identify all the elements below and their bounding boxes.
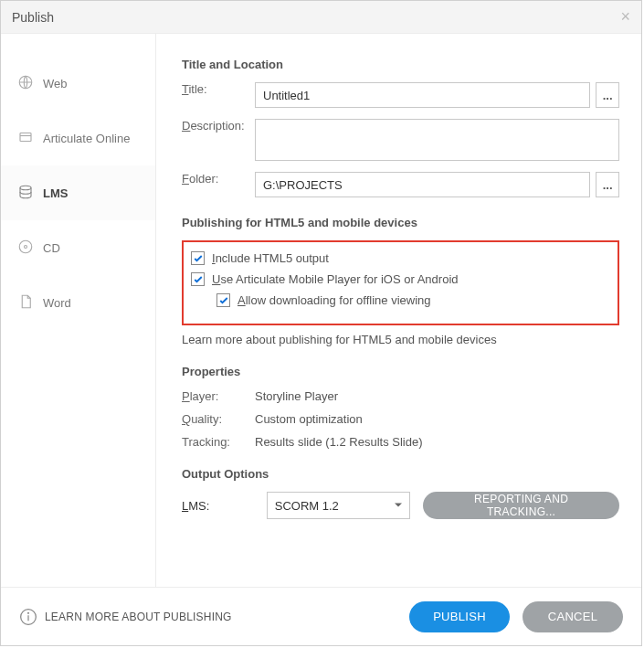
section-html5-heading: Publishing for HTML5 and mobile devices — [182, 216, 619, 229]
prop-row-player: Player: Storyline Player — [182, 389, 619, 403]
sidebar-item-word[interactable]: Word — [1, 275, 155, 330]
checkbox-include-html5[interactable] — [191, 251, 205, 265]
svg-rect-1 — [20, 133, 31, 141]
sidebar-item-label: Web — [43, 77, 68, 90]
sidebar-item-label: Word — [43, 296, 71, 310]
footer: LEARN MORE ABOUT PUBLISHING PUBLISH CANC… — [1, 587, 641, 645]
disc-icon — [17, 239, 34, 258]
info-icon — [19, 608, 37, 626]
learn-more-html5-link[interactable]: Learn more about publishing for HTML5 an… — [182, 333, 619, 346]
prop-label: Tracking: — [182, 435, 255, 449]
tracking-value[interactable]: Results slide (1.2 Results Slide) — [255, 435, 423, 449]
folder-input[interactable] — [255, 172, 590, 197]
player-value[interactable]: Storyline Player — [255, 389, 338, 403]
folder-browse-button[interactable]: ... — [596, 172, 619, 197]
cancel-button[interactable]: CANCEL — [523, 601, 623, 632]
lms-label: LMS: — [182, 499, 254, 513]
svg-point-2 — [20, 186, 31, 190]
titlebar: Publish × — [1, 1, 641, 34]
svg-point-4 — [25, 245, 27, 248]
svg-point-7 — [28, 612, 29, 613]
title-browse-button[interactable]: ... — [596, 82, 619, 108]
section-output: Output Options LMS: SCORM 1.2 REPORTING … — [182, 467, 619, 519]
main-panel: Title and Location Title: ... Descriptio… — [156, 34, 641, 587]
label-description: Description: — [182, 119, 255, 133]
row-title: Title: ... — [182, 82, 619, 108]
publish-dialog: Publish × Web Articulate Online LMS — [0, 0, 642, 646]
footer-learn-more-label: LEARN MORE ABOUT PUBLISHING — [45, 611, 232, 623]
sidebar: Web Articulate Online LMS CD — [1, 34, 156, 587]
sidebar-item-label: LMS — [43, 186, 68, 200]
section-properties-heading: Properties — [182, 365, 619, 378]
prop-row-tracking: Tracking: Results slide (1.2 Results Sli… — [182, 435, 619, 449]
quality-value[interactable]: Custom optimization — [255, 412, 363, 426]
section-properties: Properties Player: Storyline Player Qual… — [182, 365, 619, 449]
prop-label: Quality: — [182, 412, 255, 426]
check-row-html5: Include HTML5 output — [191, 251, 610, 265]
title-input[interactable] — [255, 82, 590, 108]
highlight-box: Include HTML5 output Use Articulate Mobi… — [182, 240, 619, 325]
check-row-amp: Use Articulate Mobile Player for iOS or … — [191, 272, 610, 286]
prop-label: Player: — [182, 389, 255, 403]
word-icon — [17, 293, 34, 313]
label-title: Title: — [182, 82, 255, 96]
output-row: LMS: SCORM 1.2 REPORTING AND TRACKING... — [182, 492, 619, 519]
checkbox-allow-offline[interactable] — [216, 293, 230, 307]
footer-learn-more[interactable]: LEARN MORE ABOUT PUBLISHING — [19, 608, 232, 626]
row-description: Description: — [182, 119, 619, 161]
sidebar-item-lms[interactable]: LMS — [1, 165, 155, 220]
row-folder: Folder: ... — [182, 172, 619, 197]
sidebar-item-web[interactable]: Web — [1, 56, 155, 111]
check-label: Allow downloading for offline viewing — [238, 293, 431, 307]
sidebar-item-cd[interactable]: CD — [1, 220, 155, 275]
section-title-location: Title and Location — [182, 58, 619, 71]
close-icon[interactable]: × — [620, 7, 630, 27]
prop-row-quality: Quality: Custom optimization — [182, 412, 619, 426]
lms-select-wrap[interactable]: SCORM 1.2 — [267, 492, 410, 519]
footer-buttons: PUBLISH CANCEL — [409, 601, 623, 632]
check-label: Include HTML5 output — [212, 251, 329, 265]
publish-button[interactable]: PUBLISH — [409, 601, 510, 632]
section-html5: Publishing for HTML5 and mobile devices … — [182, 216, 619, 346]
database-icon — [17, 184, 34, 203]
dialog-body: Web Articulate Online LMS CD — [1, 34, 641, 587]
description-input[interactable] — [255, 119, 619, 161]
window-title: Publish — [12, 10, 54, 25]
check-row-offline: Allow downloading for offline viewing — [216, 293, 610, 307]
label-folder: Folder: — [182, 172, 255, 186]
lms-select[interactable]: SCORM 1.2 — [267, 492, 410, 519]
checkbox-use-amp[interactable] — [191, 272, 205, 286]
svg-point-3 — [19, 240, 32, 253]
sidebar-item-label: CD — [43, 241, 60, 255]
check-label: Use Articulate Mobile Player for iOS or … — [212, 272, 459, 286]
sidebar-item-articulate-online[interactable]: Articulate Online — [1, 111, 155, 165]
reporting-tracking-button[interactable]: REPORTING AND TRACKING... — [423, 492, 619, 519]
articulate-icon — [17, 129, 34, 148]
section-output-heading: Output Options — [182, 467, 619, 481]
globe-icon — [17, 74, 34, 93]
sidebar-item-label: Articulate Online — [43, 132, 130, 145]
